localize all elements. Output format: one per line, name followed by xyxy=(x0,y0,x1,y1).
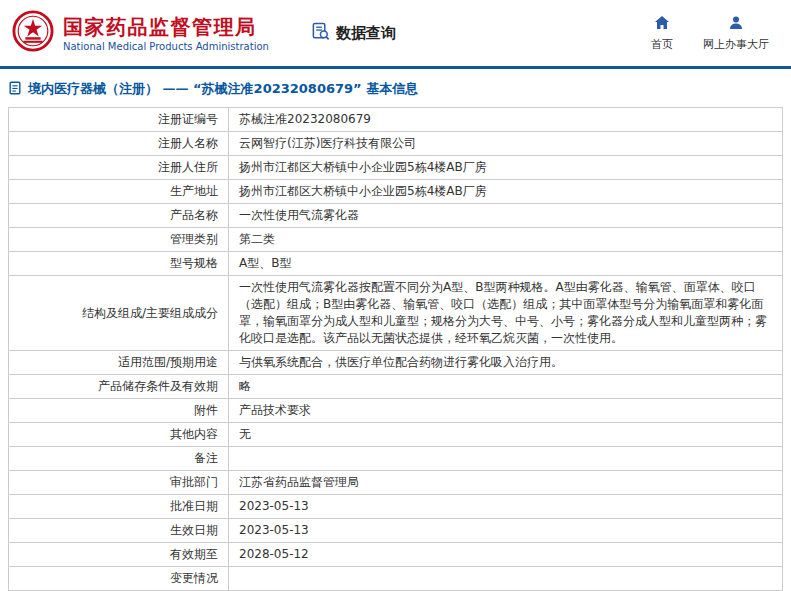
row-value: 无 xyxy=(229,423,783,447)
table-row: 生产地址扬州市江都区大桥镇中小企业园5栋4楼AB厂房 xyxy=(9,180,783,204)
table-row: 变更情况 xyxy=(9,567,783,591)
brand: 国家药品监督管理局 National Medical Products Admi… xyxy=(12,10,269,56)
row-label: 注册人住所 xyxy=(9,156,229,180)
nav-service-hall[interactable]: 网上办事大厅 xyxy=(703,15,769,52)
row-label: 审批部门 xyxy=(9,471,229,495)
table-row: 注册证编号苏械注准20232080679 xyxy=(9,108,783,132)
table-row: 附件产品技术要求 xyxy=(9,399,783,423)
table-row: 审批部门江苏省药品监督管理局 xyxy=(9,471,783,495)
site-header: 国家药品监督管理局 National Medical Products Admi… xyxy=(0,0,791,66)
org-name-cn: 国家药品监督管理局 xyxy=(63,15,269,39)
row-value xyxy=(229,567,783,591)
row-value: 云网智疗(江苏)医疗科技有限公司 xyxy=(229,132,783,156)
row-label: 注册人名称 xyxy=(9,132,229,156)
row-label: 适用范围/预期用途 xyxy=(9,351,229,375)
table-row: 其他内容无 xyxy=(9,423,783,447)
row-label: 注册证编号 xyxy=(9,108,229,132)
row-label: 其他内容 xyxy=(9,423,229,447)
row-value: 2023-05-13 xyxy=(229,495,783,519)
table-row: 管理类别第二类 xyxy=(9,228,783,252)
row-value: 一次性使用气流雾化器 xyxy=(229,204,783,228)
document-icon xyxy=(8,81,22,98)
page-title-text: 境内医疗器械（注册） —— “苏械注准20232080679” 基本信息 xyxy=(28,80,418,98)
table-row: 型号规格A型、B型 xyxy=(9,252,783,276)
page-title: 境内医疗器械（注册） —— “苏械注准20232080679” 基本信息 xyxy=(0,69,791,107)
row-value: 扬州市江都区大桥镇中小企业园5栋4楼AB厂房 xyxy=(229,180,783,204)
row-label: 生效日期 xyxy=(9,519,229,543)
home-icon xyxy=(654,15,670,34)
row-label: 有效期至 xyxy=(9,543,229,567)
row-value: 2028-05-12 xyxy=(229,543,783,567)
row-value: 扬州市江都区大桥镇中小企业园5栋4楼AB厂房 xyxy=(229,156,783,180)
row-value: 产品技术要求 xyxy=(229,399,783,423)
row-value: A型、B型 xyxy=(229,252,783,276)
table-row: 批准日期2023-05-13 xyxy=(9,495,783,519)
row-value: 江苏省药品监督管理局 xyxy=(229,471,783,495)
table-row: 生效日期2023-05-13 xyxy=(9,519,783,543)
national-emblem-logo xyxy=(12,10,54,56)
nav-home[interactable]: 首页 xyxy=(651,15,673,52)
row-label: 生产地址 xyxy=(9,180,229,204)
row-value: 与供氧系统配合，供医疗单位配合药物进行雾化吸入治疗用。 xyxy=(229,351,783,375)
row-label: 变更情况 xyxy=(9,567,229,591)
row-label: 产品名称 xyxy=(9,204,229,228)
table-row: 适用范围/预期用途与供氧系统配合，供医疗单位配合药物进行雾化吸入治疗用。 xyxy=(9,351,783,375)
row-value: 第二类 xyxy=(229,228,783,252)
row-value: 苏械注准20232080679 xyxy=(229,108,783,132)
table-row: 产品储存条件及有效期略 xyxy=(9,375,783,399)
data-query-label: 数据查询 xyxy=(336,24,396,43)
table-row: 有效期至2028-05-12 xyxy=(9,543,783,567)
row-value: 2023-05-13 xyxy=(229,519,783,543)
org-name-en: National Medical Products Administration xyxy=(63,41,269,52)
table-row: 备注 xyxy=(9,447,783,471)
row-label: 产品储存条件及有效期 xyxy=(9,375,229,399)
header-nav: 首页 网上办事大厅 xyxy=(651,15,775,52)
row-value: 一次性使用气流雾化器按配置不同分为A型、B型两种规格。A型由雾化器、输氧管、面罩… xyxy=(229,276,783,351)
table-row: 结构及组成/主要组成成分一次性使用气流雾化器按配置不同分为A型、B型两种规格。A… xyxy=(9,276,783,351)
row-label: 结构及组成/主要组成成分 xyxy=(9,276,229,351)
row-label: 型号规格 xyxy=(9,252,229,276)
info-table-body: 注册证编号苏械注准20232080679注册人名称云网智疗(江苏)医疗科技有限公… xyxy=(9,108,783,591)
nav-home-label: 首页 xyxy=(651,37,673,52)
table-row: 注册人住所扬州市江都区大桥镇中小企业园5栋4楼AB厂房 xyxy=(9,156,783,180)
data-query-title: 数据查询 xyxy=(311,22,396,45)
registration-info-table: 注册证编号苏械注准20232080679注册人名称云网智疗(江苏)医疗科技有限公… xyxy=(8,107,783,591)
table-row: 注册人名称云网智疗(江苏)医疗科技有限公司 xyxy=(9,132,783,156)
row-label: 备注 xyxy=(9,447,229,471)
person-icon xyxy=(728,15,744,34)
data-query-icon xyxy=(311,22,330,45)
row-label: 附件 xyxy=(9,399,229,423)
row-value xyxy=(229,447,783,471)
table-row: 产品名称一次性使用气流雾化器 xyxy=(9,204,783,228)
row-label: 批准日期 xyxy=(9,495,229,519)
row-value: 略 xyxy=(229,375,783,399)
row-label: 管理类别 xyxy=(9,228,229,252)
brand-text: 国家药品监督管理局 National Medical Products Admi… xyxy=(63,15,269,52)
nav-hall-label: 网上办事大厅 xyxy=(703,37,769,52)
